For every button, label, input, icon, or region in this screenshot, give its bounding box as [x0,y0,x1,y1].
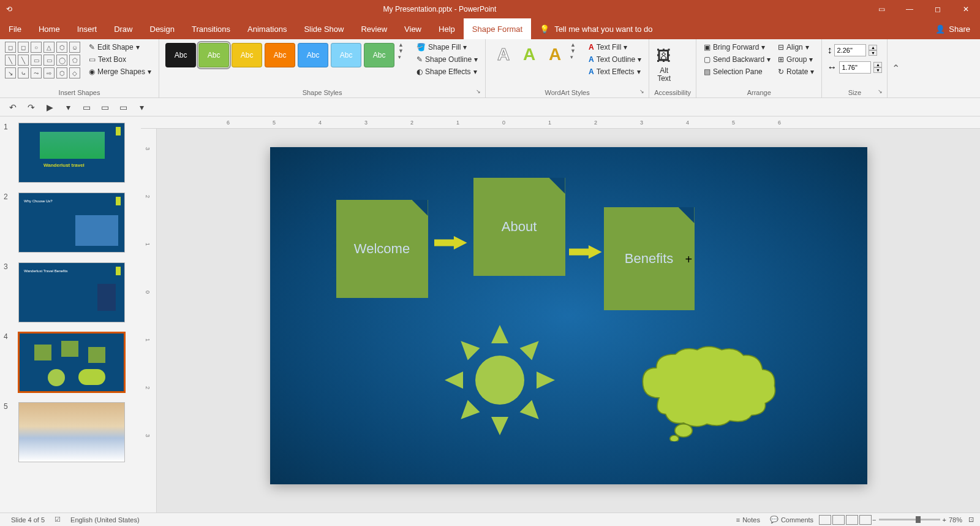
shape-style-swatch-2[interactable]: Abc [232,43,262,67]
slide-sorter-button[interactable] [832,515,845,525]
group-button[interactable]: ⊞Group ▾ [775,54,816,65]
shape-style-swatch-3[interactable]: Abc [265,43,295,67]
arrow-2[interactable] [569,245,602,259]
close-button[interactable]: ✕ [952,0,980,18]
ribbon-display-options[interactable]: ▭ [867,0,895,18]
width-down[interactable]: ▼ [873,67,882,73]
zoom-in-button[interactable]: + [943,516,946,524]
gallery-more-icon[interactable]: ▾ [398,54,407,60]
shape-styles-dialog-launcher[interactable]: ↘ [476,88,483,96]
slide-counter[interactable]: Slide 4 of 5 [6,516,50,524]
wordart-gallery[interactable]: AAA [491,42,568,67]
shape-style-swatch-1[interactable]: Abc [198,43,229,67]
qat-icon-6[interactable]: ▭ [116,101,130,114]
slide-thumbnail-5[interactable] [18,402,125,462]
tab-design[interactable]: Design [141,18,183,39]
slide-thumbnail-1[interactable]: Wanderlust travel [18,123,125,183]
touch-mode-button[interactable]: ▭ [80,101,93,114]
shape-fill-button[interactable]: 🪣Shape Fill ▾ [414,42,480,53]
height-up[interactable]: ▲ [869,45,877,50]
zoom-out-button[interactable]: − [872,516,876,524]
align-button[interactable]: ⊟Align ▾ [775,42,816,53]
slideshow-view-button[interactable] [859,515,872,525]
undo-button[interactable]: ↶ [6,101,20,114]
wordart-up-icon[interactable]: ▲ [570,42,579,48]
tab-view[interactable]: View [396,18,430,39]
tab-insert[interactable]: Insert [69,18,106,39]
collapse-ribbon-button[interactable]: ⌃ [888,39,903,97]
shape-effects-button[interactable]: ◐Shape Effects ▾ [414,66,480,77]
selection-pane-button[interactable]: ▤Selection Pane [701,66,773,77]
arrow-1[interactable] [434,236,467,250]
shape-style-swatch-5[interactable]: Abc [331,43,361,67]
qat-icon-5[interactable]: ▭ [98,101,111,114]
qat-customize[interactable]: ▾ [135,101,148,114]
height-down[interactable]: ▼ [869,50,877,56]
slide-canvas-area[interactable]: Welcome About Benefits + [157,129,980,513]
shape-outline-button[interactable]: ✎Shape Outline ▾ [414,54,480,65]
zoom-level[interactable]: 78% [949,516,962,524]
tab-shape-format[interactable]: Shape Format [464,18,531,39]
qat-dropdown[interactable]: ▾ [61,101,75,114]
bring-forward-button[interactable]: ▣Bring Forward ▾ [701,42,773,53]
rotate-button[interactable]: ↻Rotate ▾ [775,66,816,77]
maximize-button[interactable]: ◻ [924,0,952,18]
shape-sun[interactable] [445,325,555,435]
shape-style-gallery[interactable]: AbcAbcAbcAbcAbcAbcAbc [164,42,396,69]
alt-text-button[interactable]: 🖼 AltText [654,46,674,84]
minimize-button[interactable]: — [895,0,924,18]
redo-button[interactable]: ↷ [24,101,38,114]
send-backward-button[interactable]: ▢Send Backward ▾ [701,54,773,65]
tab-home[interactable]: Home [30,18,69,39]
tab-slide-show[interactable]: Slide Show [295,18,352,39]
notes-button[interactable]: ≡ Notes [731,516,765,524]
shape-gallery[interactable]: ◻◻○△⬡☺ ╲╲▭▭◯⬠ ↘⤿⤳⇨⬡◇ [5,42,80,78]
text-outline-button[interactable]: AText Outline ▾ [586,54,644,65]
shape-height-input[interactable]: ↕ ▲▼ [827,44,882,56]
tab-transitions[interactable]: Transitions [183,18,239,39]
wordart-more-icon[interactable]: ▾ [570,54,579,60]
slide-thumbnail-4[interactable] [18,332,125,392]
tab-review[interactable]: Review [352,18,396,39]
tab-animations[interactable]: Animations [239,18,295,39]
language-status[interactable]: English (United States) [66,516,145,524]
shape-style-swatch-0[interactable]: Abc [165,43,196,67]
wordart-swatch-1[interactable]: A [516,42,542,67]
normal-view-button[interactable] [819,515,831,525]
wordart-dialog-launcher[interactable]: ↘ [639,88,647,96]
autosave-icon[interactable]: ⟲ [6,5,12,13]
tab-file[interactable]: File [0,18,30,39]
edit-shape-button[interactable]: ✎Edit Shape ▾ [86,42,154,53]
width-up[interactable]: ▲ [873,62,882,67]
wordart-down-icon[interactable]: ▼ [570,48,579,54]
slide-thumbnail-panel[interactable]: 1Wanderlust travel2Why Choose Us?3Wander… [0,116,141,513]
shape-style-swatch-6[interactable]: Abc [364,43,394,67]
wordart-swatch-2[interactable]: A [542,42,568,67]
share-button[interactable]: 👤 Share [925,18,980,39]
wordart-swatch-0[interactable]: A [491,42,516,67]
shape-style-swatch-4[interactable]: Abc [298,43,328,67]
shape-thought-cloud[interactable] [622,343,794,441]
shape-about[interactable]: About [473,178,565,276]
shape-benefits[interactable]: Benefits [604,207,695,310]
fit-to-window-button[interactable]: ⊡ [968,516,974,524]
merge-shapes-button[interactable]: ◉Merge Shapes ▾ [86,66,154,77]
comments-button[interactable]: 💬 Comments [765,516,818,524]
gallery-down-icon[interactable]: ▼ [398,48,407,54]
start-from-beginning-button[interactable]: ▶ [43,101,56,114]
slide-thumbnail-3[interactable]: Wanderlust Travel Benefits [18,262,125,322]
size-dialog-launcher[interactable]: ↘ [878,88,885,96]
slide-4[interactable]: Welcome About Benefits + [270,147,867,484]
slide-thumbnail-2[interactable]: Why Choose Us? [18,192,125,253]
tab-help[interactable]: Help [430,18,464,39]
text-effects-button[interactable]: AText Effects ▾ [586,66,644,77]
accessibility-status[interactable]: ☑ [50,516,66,524]
zoom-slider[interactable] [879,519,940,520]
shape-width-input[interactable]: ↔ ▲▼ [827,61,882,74]
text-fill-button[interactable]: AText Fill ▾ [586,42,644,53]
tell-me-input[interactable]: Tell me what you want to do [554,25,652,34]
text-box-button[interactable]: ▭Text Box [86,54,154,65]
reading-view-button[interactable] [846,515,858,525]
shape-welcome[interactable]: Welcome [336,200,428,298]
gallery-up-icon[interactable]: ▲ [398,42,407,48]
